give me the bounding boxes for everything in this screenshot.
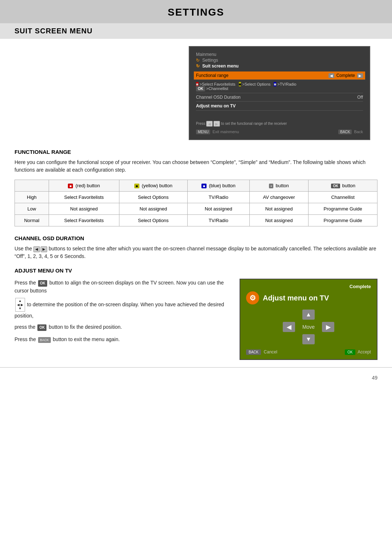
arrow-row-down: ▼: [302, 334, 315, 344]
page-number: 49: [0, 367, 392, 384]
move-label: Move: [302, 324, 315, 330]
adjust-tv-bottom-bar: BACK Cancel OK Accept: [246, 349, 371, 355]
row-label-low: Low: [15, 203, 49, 215]
arrow-grid: ▲ ◀ Move ▶ ▼: [246, 310, 371, 344]
gear-icon: ⚙: [246, 291, 259, 304]
cell-normal-red: Select Favoritelists: [49, 215, 119, 226]
adjust-tv-screen: Complete ⚙ Adjust menu on TV ▲ ◀ Move ▶ …: [240, 279, 377, 360]
cell-high-red: Select Favoritelists: [49, 192, 119, 203]
adjust-tv-title-row: ⚙ Adjust menu on TV: [246, 291, 371, 304]
adjust-menu-title: ADJUST MENU ON TV: [15, 267, 377, 274]
adjust-para-4: Press the BACK button to exit the menu a…: [15, 335, 229, 343]
table-row: Normal Select Favoritelists Select Optio…: [15, 215, 377, 226]
channel-osd-row: Channel OSD Duration Off: [196, 93, 363, 102]
cell-normal-ok: Programme Guide: [309, 215, 377, 226]
adjust-menu-row: Adjust menu on TV: [196, 102, 363, 111]
menu-path-2: ↻ Settings: [196, 58, 363, 63]
cell-low-red: Not assigned: [49, 203, 119, 215]
nav-arrows-osd: ◀ ▶: [33, 246, 47, 252]
cancel-label: Cancel: [264, 349, 277, 355]
cell-high-blue: TV/Radio: [187, 192, 249, 203]
table-row: Low Not assigned Not assigned Not assign…: [15, 203, 377, 215]
tv-bottom-bar: MENU Exit mainmenu BACK Back: [196, 127, 363, 134]
right-arrow-btn[interactable]: ▶: [322, 322, 334, 332]
tv-screen-area: Mainmenu ↻ Settings ↻ Suit screen menu F…: [15, 46, 377, 140]
adjust-menu-section: Press the OK button to align the on-scre…: [15, 279, 377, 360]
cell-low-ok: Programme Guide: [309, 203, 377, 215]
adjust-para-2: ▲ ◀ ▶ ▼ to determine the position of the…: [15, 298, 229, 320]
adjust-menu-text: Press the OK button to align the on-scre…: [15, 279, 229, 360]
col-header-red: ■ (red) button: [49, 180, 119, 192]
complete-label: Complete: [350, 284, 371, 289]
arrow-row-up: ▲: [302, 310, 315, 320]
col-header-ok: OK button: [309, 180, 377, 192]
tv-screen: Mainmenu ↻ Settings ↻ Suit screen menu F…: [189, 46, 370, 140]
functional-range-body: Here you can configure the functional sc…: [15, 159, 377, 174]
col-header-neutral: ▪ button: [249, 180, 308, 192]
cell-low-blue: Not assigned: [187, 203, 249, 215]
functional-range-title: FUNCTIONAL RANGE: [15, 149, 377, 155]
cell-normal-neutral: Not assigned: [249, 215, 308, 226]
adjust-tv-title: Adjust menu on TV: [263, 294, 329, 302]
menu-path-3: ↻ Suit screen menu: [196, 64, 363, 69]
menu-path-1: Mainmenu: [196, 52, 363, 57]
cell-low-neutral: Not assigned: [249, 203, 308, 215]
channel-osd-body: Use the ◀ ▶ buttons to select the time a…: [15, 245, 377, 260]
cell-normal-yellow: Select Options: [119, 215, 187, 226]
page-header: SETTINGS: [0, 0, 392, 23]
down-arrow-btn[interactable]: ▼: [302, 334, 315, 344]
section-title: SUIT SCREEN MENU: [15, 27, 377, 35]
adjust-tv-topbar: Complete: [246, 284, 371, 289]
up-arrow-btn[interactable]: ▲: [302, 310, 315, 320]
col-header-yellow: ■ (yellow) button: [119, 180, 187, 192]
cell-low-yellow: Not assigned: [119, 203, 187, 215]
col-header-empty: [15, 180, 49, 192]
section-header: SUIT SCREEN MENU: [0, 23, 392, 39]
row-label-high: High: [15, 192, 49, 203]
arrow-row-mid: ◀ Move ▶: [283, 322, 334, 332]
cell-high-neutral: AV changeover: [249, 192, 308, 203]
channel-osd-title: CHANNEL OSD DURATION: [15, 235, 377, 241]
row-label-normal: Normal: [15, 215, 49, 226]
hint-row: Press ◀ ▶ to set the functional range of…: [196, 118, 363, 127]
adjust-para-3: press the OK button to fix the desired p…: [15, 323, 229, 331]
functional-range-table: ■ (red) button ■ (yellow) button ■ (blue…: [15, 180, 377, 226]
adjust-para-1: Press the OK button to align the on-scre…: [15, 279, 229, 295]
cell-high-yellow: Select Options: [119, 192, 187, 203]
cell-normal-blue: TV/Radio: [187, 215, 249, 226]
page-title: SETTINGS: [0, 7, 392, 18]
cell-high-ok: Channellist: [309, 192, 377, 203]
table-row: High Select Favoritelists Select Options…: [15, 192, 377, 203]
left-arrow-btn[interactable]: ◀: [283, 322, 295, 332]
col-header-blue: ■ (blue) button: [187, 180, 249, 192]
functional-range-row: Functional range ◀ Complete ▶: [194, 71, 365, 80]
accept-btn-label: OK: [345, 349, 355, 355]
btn-icons-row: ■ >Select Favoritelists ■ >Select Option…: [196, 80, 363, 93]
cancel-btn-label: BACK: [246, 349, 261, 355]
accept-label: Accept: [358, 349, 371, 355]
table-header-row: ■ (red) button ■ (yellow) button ■ (blue…: [15, 180, 377, 192]
